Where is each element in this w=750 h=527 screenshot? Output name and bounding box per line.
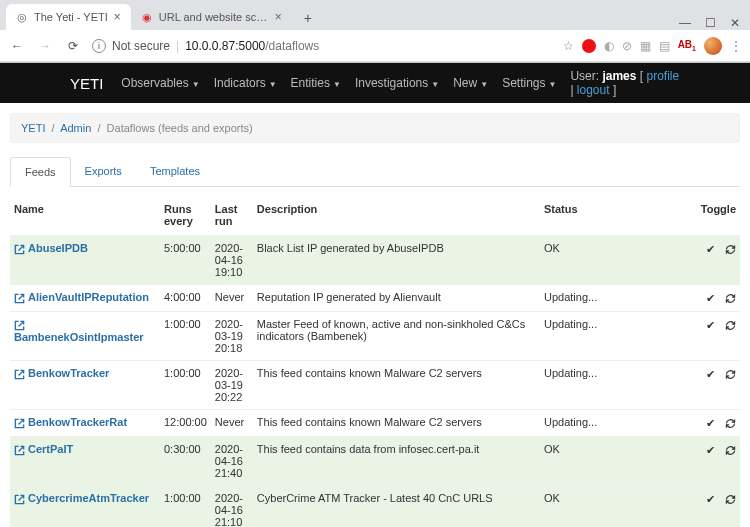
favicon-icon: ◉ <box>141 11 153 23</box>
cell-last: 2020-04-1619:10 <box>211 236 253 285</box>
toggle-check-icon[interactable]: ✔ <box>706 292 715 304</box>
nav-observables[interactable]: Observables▼ <box>121 76 199 90</box>
table-row: CybercrimeAtmTracker1:00:002020-04-1621:… <box>10 486 740 528</box>
feed-link[interactable]: AlienVaultIPReputation <box>28 291 149 303</box>
maximize-icon[interactable]: ☐ <box>705 16 716 30</box>
url-host: 10.0.0.87:5000 <box>185 39 265 53</box>
refresh-icon[interactable] <box>725 367 736 381</box>
cell-last: 2020-04-1621:40 <box>211 437 253 486</box>
table-row: AbuseIPDB5:00:002020-04-1619:10Black Lis… <box>10 236 740 285</box>
crumb-root[interactable]: YETI <box>21 122 45 134</box>
reload-button[interactable]: ⟳ <box>64 37 82 55</box>
kebab-menu-icon[interactable]: ⋮ <box>730 39 742 53</box>
toggle-check-icon[interactable]: ✔ <box>706 368 715 380</box>
th-runs[interactable]: Runs every <box>160 195 211 236</box>
nav-entities[interactable]: Entities▼ <box>291 76 341 90</box>
extension-icon[interactable]: AB1 <box>678 39 696 52</box>
external-link-icon <box>14 243 25 255</box>
refresh-icon[interactable] <box>725 416 736 430</box>
cell-runs: 1:00:00 <box>160 312 211 361</box>
feed-link[interactable]: CertPaIT <box>28 443 73 455</box>
subnav-tabs: Feeds Exports Templates <box>10 157 740 187</box>
forward-button[interactable]: → <box>36 37 54 55</box>
address-bar[interactable]: i Not secure | 10.0.0.87:5000/dataflows <box>92 39 553 53</box>
tab-title: URL and website scanner - urlsc <box>159 11 269 23</box>
cell-desc: This feed contains known Malware C2 serv… <box>253 361 540 410</box>
toolbar-extensions: ☆ ◐ ⊘ ▦ ▤ AB1 ⋮ <box>563 37 742 55</box>
refresh-icon[interactable] <box>725 291 736 305</box>
cell-status: Updating... <box>540 285 670 312</box>
external-link-icon <box>14 292 25 304</box>
extension-icon[interactable]: ▦ <box>640 39 651 53</box>
toggle-check-icon[interactable]: ✔ <box>706 243 715 255</box>
back-button[interactable]: ← <box>8 37 26 55</box>
toggle-check-icon[interactable]: ✔ <box>706 444 715 456</box>
cell-last: 2020-03-1920:18 <box>211 312 253 361</box>
browser-tab[interactable]: ◉ URL and website scanner - urlsc × <box>131 4 292 30</box>
cell-desc: Master Feed of known, active and non-sin… <box>253 312 540 361</box>
cell-last: Never <box>211 285 253 312</box>
nav-investigations[interactable]: Investigations▼ <box>355 76 439 90</box>
cell-status: OK <box>540 437 670 486</box>
th-name[interactable]: Name <box>10 195 160 236</box>
cell-status: Updating... <box>540 361 670 410</box>
feed-link[interactable]: CybercrimeAtmTracker <box>28 492 149 504</box>
refresh-icon[interactable] <box>725 492 736 506</box>
minimize-icon[interactable]: — <box>679 16 691 30</box>
tab-templates[interactable]: Templates <box>136 157 214 186</box>
cell-last: 2020-04-1621:10 <box>211 486 253 528</box>
th-toggle[interactable]: Toggle <box>670 195 740 236</box>
tab-strip: ◎ The Yeti - YETI × ◉ URL and website sc… <box>0 0 750 30</box>
window-controls: — ☐ ✕ <box>679 16 750 30</box>
table-row: BenkowTrackerRat12:00:00NeverThis feed c… <box>10 410 740 437</box>
feed-link[interactable]: BambenekOsintIpmaster <box>14 331 144 343</box>
toggle-check-icon[interactable]: ✔ <box>706 319 715 331</box>
browser-chrome: ◎ The Yeti - YETI × ◉ URL and website sc… <box>0 0 750 63</box>
refresh-icon[interactable] <box>725 318 736 332</box>
nav-new[interactable]: New▼ <box>453 76 488 90</box>
extension-icon[interactable]: ◐ <box>604 39 614 53</box>
cell-desc: Black List IP generated by AbuseIPDB <box>253 236 540 285</box>
new-tab-button[interactable]: + <box>296 6 320 30</box>
cell-last: 2020-03-1920:22 <box>211 361 253 410</box>
feed-link[interactable]: AbuseIPDB <box>28 242 88 254</box>
tab-title: The Yeti - YETI <box>34 11 108 23</box>
browser-tab-active[interactable]: ◎ The Yeti - YETI × <box>6 4 131 30</box>
th-last[interactable]: Last run <box>211 195 253 236</box>
feed-link[interactable]: BenkowTracker <box>28 367 109 379</box>
table-row: CertPaIT0:30:002020-04-1621:40This feed … <box>10 437 740 486</box>
cell-desc: Reputation IP generated by Alienvault <box>253 285 540 312</box>
th-desc[interactable]: Description <box>253 195 540 236</box>
th-status[interactable]: Status <box>540 195 670 236</box>
profile-link[interactable]: profile <box>646 69 679 83</box>
profile-avatar[interactable] <box>704 37 722 55</box>
cell-desc: This feed contains known Malware C2 serv… <box>253 410 540 437</box>
nav-indicators[interactable]: Indicators▼ <box>214 76 277 90</box>
toggle-check-icon[interactable]: ✔ <box>706 493 715 505</box>
nav-settings[interactable]: Settings▼ <box>502 76 556 90</box>
extension-icon[interactable]: ⊘ <box>622 39 632 53</box>
brand[interactable]: YETI <box>70 75 103 92</box>
site-info-icon[interactable]: i <box>92 39 106 53</box>
cell-runs: 4:00:00 <box>160 285 211 312</box>
feed-link[interactable]: BenkowTrackerRat <box>28 416 127 428</box>
external-link-icon <box>14 319 25 331</box>
extension-icon[interactable] <box>582 39 596 53</box>
cell-runs: 5:00:00 <box>160 236 211 285</box>
refresh-icon[interactable] <box>725 443 736 457</box>
tab-exports[interactable]: Exports <box>71 157 136 186</box>
close-window-icon[interactable]: ✕ <box>730 16 740 30</box>
external-link-icon <box>14 368 25 380</box>
cell-runs: 1:00:00 <box>160 361 211 410</box>
table-row: BambenekOsintIpmaster1:00:002020-03-1920… <box>10 312 740 361</box>
logout-link[interactable]: logout <box>577 83 610 97</box>
cell-status: Updating... <box>540 312 670 361</box>
refresh-icon[interactable] <box>725 242 736 256</box>
close-icon[interactable]: × <box>275 10 282 24</box>
close-icon[interactable]: × <box>114 10 121 24</box>
star-icon[interactable]: ☆ <box>563 39 574 53</box>
tab-feeds[interactable]: Feeds <box>10 157 71 187</box>
crumb-admin[interactable]: Admin <box>60 122 91 134</box>
toggle-check-icon[interactable]: ✔ <box>706 417 715 429</box>
extension-icon[interactable]: ▤ <box>659 39 670 53</box>
